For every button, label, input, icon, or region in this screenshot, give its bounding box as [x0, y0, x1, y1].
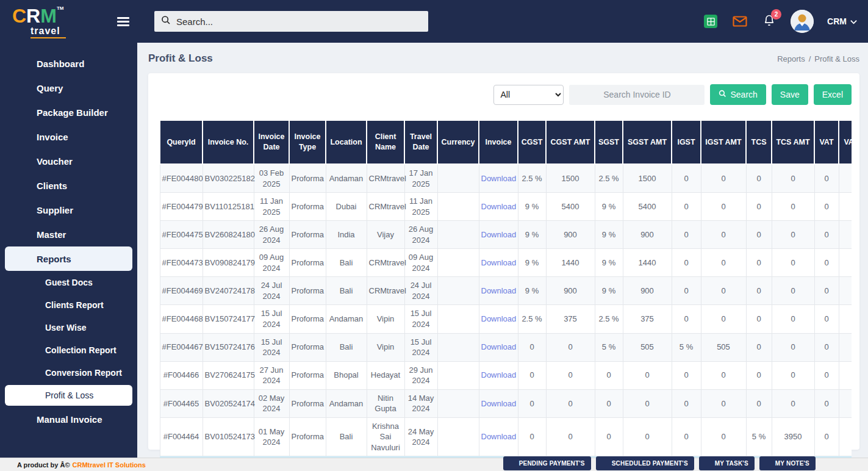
- column-header: VAT AMT: [839, 120, 852, 164]
- clock-icon: [509, 459, 516, 467]
- download-link[interactable]: Download: [481, 399, 517, 408]
- report-table: QueryIdInvoice No.Invoice DateInvoice Ty…: [159, 120, 852, 471]
- column-header: Invoice Type: [289, 120, 326, 164]
- bell-icon[interactable]: 2: [761, 13, 777, 29]
- sidebar-item-supplier[interactable]: Supplier: [0, 198, 137, 222]
- table-row: #FE004479BV11012518111 Jan 2025ProformaD…: [160, 193, 852, 221]
- calendar-icon: [17, 58, 28, 69]
- key-icon: [17, 229, 28, 240]
- table-row: #FE004473BV09082417909 Aug 2024ProformaB…: [160, 249, 852, 277]
- logo-tm: TM: [57, 5, 64, 11]
- sidebar-subitem-profit-loss[interactable]: Profit & Loss: [5, 385, 132, 406]
- pending-payment-s-button[interactable]: PENDING PAYMENT'S: [503, 456, 591, 470]
- column-header: Currency: [437, 120, 479, 164]
- notification-badge: 2: [771, 9, 781, 20]
- sidebar-item-master[interactable]: Master: [0, 222, 137, 246]
- sidebar-subitem-conversion-report[interactable]: Conversion Report: [0, 361, 137, 384]
- table-row: #FE004467BV15072417615 Jul 2024ProformaB…: [160, 333, 852, 361]
- download-link[interactable]: Download: [481, 230, 517, 239]
- download-link[interactable]: Download: [481, 342, 517, 351]
- column-header: Invoice Date: [254, 120, 289, 164]
- filter-select[interactable]: All: [493, 85, 564, 105]
- report-card: All Search Save Excel QueryIdInvoice No.…: [148, 73, 859, 450]
- sidebar-item-voucher[interactable]: Voucher: [0, 149, 137, 173]
- table-row: #F004465BV02052417402 May 2024ProformaAn…: [160, 389, 852, 417]
- sidebar-subitem-guest-docs[interactable]: Guest Docs: [0, 271, 137, 293]
- column-header: IGST AMT: [701, 120, 746, 164]
- sidebar-item-package-builder[interactable]: Package Builder: [0, 100, 137, 124]
- list-icon: [17, 82, 28, 93]
- global-search: [154, 11, 428, 32]
- invoice-icon: [17, 414, 28, 425]
- sidebar-item-query[interactable]: Query: [0, 76, 137, 100]
- avatar[interactable]: [791, 10, 814, 33]
- search-icon: [161, 15, 171, 27]
- save-button[interactable]: Save: [772, 84, 808, 105]
- excel-button[interactable]: Excel: [814, 84, 852, 105]
- sidebar-item-invoice[interactable]: Invoice: [0, 124, 137, 149]
- my-note-s-button[interactable]: MY NOTE'S: [759, 456, 816, 470]
- download-link[interactable]: Download: [481, 314, 517, 323]
- download-link[interactable]: Download: [481, 258, 517, 267]
- sidebar-item-dashboard[interactable]: Dashboard: [0, 51, 137, 76]
- page-title: Profit & Loss: [148, 52, 213, 65]
- scheduled-payment-s-button[interactable]: SCHEDULED PAYMENT'S: [596, 456, 694, 470]
- my-task-s-button[interactable]: MY TASK'S: [699, 456, 755, 470]
- footer-text: A product by Â©: [17, 461, 70, 469]
- breadcrumb: Reports/Profit & Loss: [777, 54, 859, 63]
- invoice-search-input[interactable]: [569, 85, 705, 105]
- download-link[interactable]: Download: [481, 370, 517, 379]
- table-row: #F004466BV27062417527 Jun 2024ProformaBh…: [160, 361, 852, 389]
- column-header: Invoice: [479, 120, 518, 164]
- table-row: #FE004469BV24072417824 Jul 2024ProformaB…: [160, 277, 852, 305]
- user-menu[interactable]: CRM: [827, 16, 857, 26]
- chevron-down-icon: [121, 229, 127, 240]
- column-header: QueryId: [160, 120, 203, 164]
- column-header: CGST: [518, 120, 546, 164]
- note-icon: [766, 459, 772, 467]
- download-link[interactable]: Download: [481, 286, 517, 295]
- global-search-input[interactable]: [176, 16, 421, 27]
- column-header: IGST: [672, 120, 701, 164]
- column-header: CGST AMT: [546, 120, 595, 164]
- sidebar-item-reports[interactable]: Reports: [5, 246, 132, 271]
- table-green-icon[interactable]: [703, 13, 719, 29]
- sidebar-subitem-collection-report[interactable]: Collection Report: [0, 339, 137, 361]
- report-table-wrap: QueryIdInvoice No.Invoice DateInvoice Ty…: [159, 120, 852, 471]
- download-link[interactable]: Download: [481, 174, 517, 183]
- table-row: #FE004468BV15072417715 Jul 2024ProformaA…: [160, 305, 852, 333]
- breadcrumb-current: Profit & Loss: [814, 54, 859, 63]
- footer-link[interactable]: CRMtravel IT Solutions: [73, 461, 146, 469]
- column-header: Location: [326, 120, 367, 164]
- breadcrumb-reports[interactable]: Reports: [777, 54, 805, 63]
- logo-letter-c: C: [12, 5, 26, 27]
- sidebar-subitem-user-wise[interactable]: User Wise: [0, 316, 137, 339]
- download-link[interactable]: Download: [481, 202, 517, 211]
- download-link[interactable]: Download: [481, 432, 517, 441]
- supplier-icon: [17, 204, 28, 215]
- column-header: Travel Date: [404, 120, 437, 164]
- app-logo[interactable]: CRMTM travel: [12, 6, 66, 38]
- report-icon: [17, 253, 28, 264]
- column-header: Client Name: [367, 120, 404, 164]
- sidebar-subitem-clients-report[interactable]: Clients Report: [0, 293, 137, 316]
- column-header: SGST: [595, 120, 623, 164]
- list-icon: [17, 107, 28, 118]
- list-icon: [705, 459, 712, 467]
- logo-letter-m: M: [40, 5, 57, 27]
- sidebar-item-manual-invoice[interactable]: Manual Invoice: [0, 407, 137, 431]
- table-row: #F004464BV01052417301 May 2024ProformaBa…: [160, 417, 852, 456]
- search-button[interactable]: Search: [710, 84, 766, 105]
- mail-icon[interactable]: [732, 13, 748, 29]
- chevron-up-icon: [120, 254, 126, 264]
- column-header: SGST AMT: [623, 120, 672, 164]
- logo-subtitle: travel: [30, 26, 66, 38]
- invoice-icon: [602, 459, 609, 467]
- menu-toggle-icon[interactable]: [117, 15, 129, 26]
- column-header: TCS AMT: [772, 120, 814, 164]
- table-row: #FE004480BV03022518203 Feb 2025ProformaA…: [160, 164, 852, 193]
- column-header: Invoice No.: [203, 120, 254, 164]
- sidebar-item-clients[interactable]: Clients: [0, 173, 137, 198]
- search-icon: [719, 90, 726, 99]
- column-header: TCS: [746, 120, 772, 164]
